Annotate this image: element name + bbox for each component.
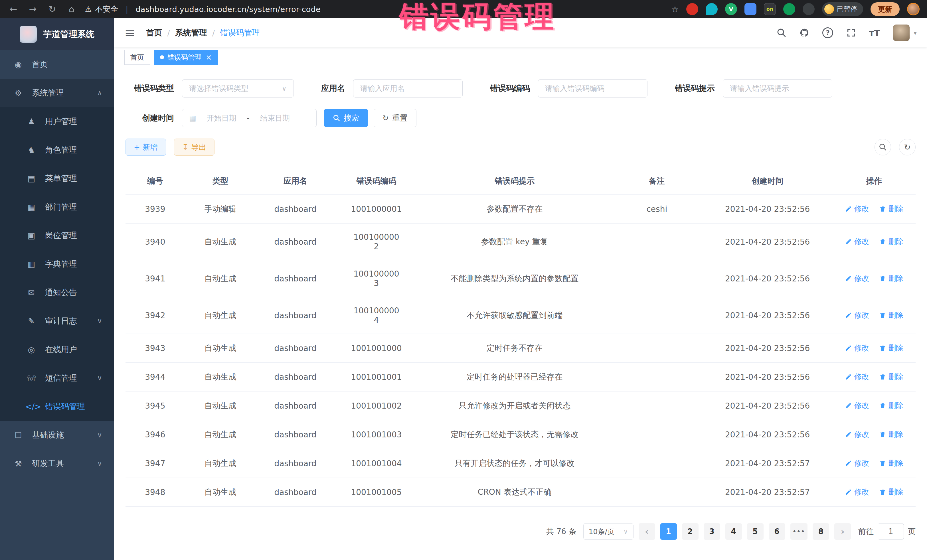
date-range-picker[interactable]: ▦ - [182, 109, 317, 127]
sidebar-item[interactable]: </> 错误码管理 [0, 392, 114, 421]
sidebar-item-label: 通知公告 [45, 287, 77, 298]
prev-page-button[interactable]: ‹ [639, 523, 655, 540]
gear-icon: ⚙ [12, 88, 24, 98]
sidebar-item[interactable]: ✉ 通知公告 [0, 278, 114, 307]
edit-link[interactable]: 修改 [845, 401, 869, 411]
edit-link[interactable]: 修改 [845, 372, 869, 382]
sidebar-item-label: 部门管理 [45, 202, 77, 212]
sidebar-item[interactable]: ⚒ 研发工具 ∨ [0, 449, 114, 478]
extension-icon-5[interactable]: on [764, 3, 776, 15]
next-page-button[interactable]: › [834, 523, 851, 540]
hamburger-icon[interactable]: ≡ [125, 26, 135, 39]
github-icon[interactable] [799, 28, 809, 38]
extension-icon-6[interactable] [783, 3, 795, 15]
address-url[interactable]: dashboard.yudao.iocoder.cn/system/error-… [135, 5, 321, 14]
fullscreen-icon[interactable] [846, 28, 856, 38]
delete-link[interactable]: 删除 [879, 273, 903, 284]
sidebar-item[interactable]: ▤ 菜单管理 [0, 164, 114, 193]
edit-link[interactable]: 修改 [845, 204, 869, 214]
edit-link[interactable]: 修改 [845, 310, 869, 320]
page-button-5[interactable]: 5 [747, 523, 764, 540]
sidebar-item[interactable]: ✎ 审计日志 ∨ [0, 307, 114, 335]
sidebar-item[interactable]: ▣ 岗位管理 [0, 221, 114, 250]
export-button[interactable]: ↧ 导出 [174, 138, 214, 156]
sidebar-item-home[interactable]: ◉ 首页 [0, 50, 114, 79]
font-size-icon[interactable]: тT [869, 28, 880, 38]
sidebar-item[interactable]: ◎ 在线用户 [0, 335, 114, 364]
sidebar-item[interactable]: ♟ 用户管理 [0, 107, 114, 136]
browser-profile-avatar[interactable] [907, 3, 919, 15]
browser-update-button[interactable]: 更新 [871, 2, 900, 16]
browser-reload-icon[interactable]: ↻ [46, 4, 58, 15]
type-select[interactable]: 请选择错误码类型 ∨ [182, 79, 294, 97]
extension-icon-2[interactable] [706, 3, 718, 15]
edit-link[interactable]: 修改 [845, 343, 869, 353]
tab-home[interactable]: 首页 [125, 50, 150, 65]
goto-prefix: 前往 [858, 527, 874, 537]
sidebar-item-label: 审计日志 [45, 316, 77, 326]
browser-home-icon[interactable]: ⌂ [65, 4, 78, 15]
app-name-input[interactable] [360, 84, 456, 93]
sidebar: 芋道管理系统 ◉ 首页 ⚙ 系统管理 ∧ ♟ 用户管理 ♞ 角色管理 [0, 18, 114, 560]
refresh-table-button[interactable]: ↻ [899, 139, 916, 155]
breadcrumb-home[interactable]: 首页 [146, 27, 162, 38]
edit-link[interactable]: 修改 [845, 273, 869, 284]
delete-link[interactable]: 删除 [879, 487, 903, 497]
page-button-3[interactable]: 3 [704, 523, 720, 540]
delete-link[interactable]: 删除 [879, 310, 903, 320]
bookmark-star-icon[interactable]: ☆ [671, 4, 679, 14]
extension-icon-1[interactable] [686, 3, 698, 15]
sidebar-item[interactable]: ☐ 基础设施 ∨ [0, 421, 114, 449]
chevron-down-icon: ∨ [281, 84, 287, 93]
sidebar-item[interactable]: ♞ 角色管理 [0, 136, 114, 164]
paused-badge[interactable]: 已暂停 [822, 2, 863, 16]
add-button[interactable]: + 新增 [126, 138, 166, 156]
search-button[interactable]: 搜索 [324, 109, 368, 127]
delete-link[interactable]: 删除 [879, 372, 903, 382]
delete-icon [879, 460, 886, 467]
edit-link[interactable]: 修改 [845, 429, 869, 439]
search-icon[interactable] [777, 28, 786, 38]
reset-button[interactable]: ↻ 重置 [374, 109, 416, 127]
close-icon[interactable]: × [206, 54, 212, 61]
app-logo[interactable]: 芋道管理系统 [0, 18, 114, 50]
toggle-search-button[interactable] [874, 139, 891, 155]
help-icon[interactable]: ? [822, 27, 833, 38]
sidebar-item[interactable]: ▦ 部门管理 [0, 193, 114, 221]
cell-app: dashboard [256, 449, 335, 478]
edit-link[interactable]: 修改 [845, 487, 869, 497]
delete-link[interactable]: 删除 [879, 401, 903, 411]
goto-input[interactable] [878, 523, 904, 540]
delete-link[interactable]: 删除 [879, 204, 903, 214]
security-indicator[interactable]: ⚠ 不安全 [85, 4, 118, 14]
edit-link[interactable]: 修改 [845, 237, 869, 247]
extension-icon-7[interactable] [802, 3, 815, 15]
sidebar-item[interactable]: ☏ 短信管理 ∨ [0, 364, 114, 392]
cell-time: 2021-04-20 23:52:57 [702, 478, 833, 507]
page-button-8[interactable]: 8 [813, 523, 829, 540]
more-pages-button[interactable]: ••• [790, 523, 807, 540]
page-size-select[interactable]: 10条/页 ∨ [583, 523, 634, 540]
page-button-6[interactable]: 6 [769, 523, 785, 540]
page-button-1[interactable]: 1 [660, 523, 677, 540]
start-date-input[interactable] [200, 114, 243, 122]
user-menu[interactable]: ▾ [893, 24, 917, 41]
hint-input[interactable] [730, 84, 825, 93]
browser-back-icon[interactable]: ← [8, 4, 20, 15]
delete-link[interactable]: 删除 [879, 429, 903, 439]
tab-error-code[interactable]: 错误码管理 × [154, 50, 218, 65]
code-input[interactable] [545, 84, 640, 93]
end-date-input[interactable] [254, 114, 296, 122]
extension-icon-3[interactable]: V [725, 3, 737, 15]
browser-forward-icon[interactable]: → [27, 4, 39, 15]
delete-link[interactable]: 删除 [879, 458, 903, 468]
page-button-2[interactable]: 2 [682, 523, 699, 540]
sidebar-item[interactable]: ▥ 字典管理 [0, 250, 114, 278]
sidebar-item-system[interactable]: ⚙ 系统管理 ∧ [0, 79, 114, 107]
edit-link[interactable]: 修改 [845, 458, 869, 468]
extension-icon-4[interactable] [745, 3, 757, 15]
delete-link[interactable]: 删除 [879, 343, 903, 353]
delete-link[interactable]: 删除 [879, 237, 903, 247]
breadcrumb-system[interactable]: 系统管理 [175, 27, 207, 38]
page-button-4[interactable]: 4 [725, 523, 742, 540]
